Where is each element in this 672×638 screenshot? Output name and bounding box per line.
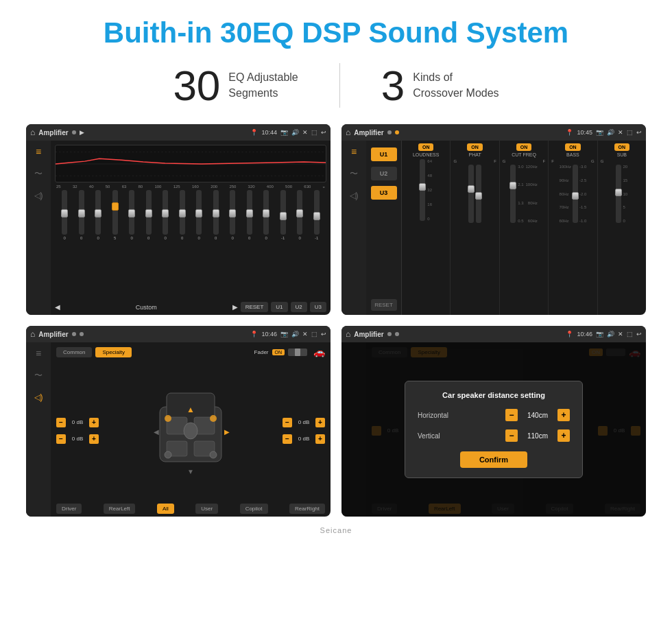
rearleft-btn[interactable]: RearLeft — [104, 504, 136, 514]
horizontal-plus[interactable]: + — [557, 409, 570, 421]
screen3-panel: ⌂ Amplifier 📍 10:46 📷 🔊 ✕ ⬚ ↩ ≡ 〜 ◁) Com… — [26, 326, 331, 517]
screen3-pos-buttons: Driver RearLeft All User Copilot RearRig… — [56, 504, 325, 514]
user-btn[interactable]: User — [195, 504, 218, 514]
screen2-title: Amplifier — [354, 129, 383, 137]
screen3-right-controls: − 0 dB + − 0 dB + — [283, 418, 325, 444]
reset-button[interactable]: RESET — [241, 302, 269, 312]
u2-btn[interactable]: U2 — [371, 167, 397, 180]
eq-slider-col: 0 — [297, 190, 302, 240]
topbar-dot2a — [387, 130, 392, 134]
db-plus-3[interactable]: + — [315, 418, 325, 427]
back-icon3[interactable]: ↩ — [321, 331, 326, 338]
back-icon[interactable]: ↩ — [321, 129, 326, 136]
u2-button[interactable]: U2 — [291, 302, 307, 312]
loudness-slider-area: 644832160 — [420, 159, 432, 228]
speaker-icon[interactable]: ◁) — [34, 191, 43, 200]
camera-icon4[interactable]: 📷 — [596, 331, 603, 338]
rearright-btn[interactable]: RearRight — [289, 504, 325, 514]
screen-icon3[interactable]: ⬚ — [311, 331, 317, 338]
fader-slider[interactable] — [288, 348, 307, 356]
volume-icon2[interactable]: 🔊 — [607, 129, 614, 136]
camera-icon3[interactable]: 📷 — [280, 331, 288, 338]
screen-icon[interactable]: ⬚ — [311, 129, 317, 136]
cutfreq-on-btn[interactable]: ON — [516, 143, 532, 151]
volume-icon3[interactable]: 🔊 — [291, 331, 299, 338]
driver-btn[interactable]: Driver — [56, 504, 82, 514]
db-value-4: 0 dB — [294, 436, 313, 442]
wave-icon2[interactable]: 〜 — [350, 168, 358, 180]
db-control-1: − 0 dB + — [56, 418, 99, 427]
back-icon4[interactable]: ↩ — [636, 331, 642, 338]
home-icon3[interactable]: ⌂ — [30, 329, 35, 339]
copilot-btn[interactable]: Copilot — [240, 504, 268, 514]
channel-phat: ON PHAT G F — [451, 141, 499, 315]
db-minus-2[interactable]: − — [56, 434, 66, 444]
u1-btn[interactable]: U1 — [371, 147, 397, 161]
all-btn[interactable]: All — [157, 504, 174, 514]
vertical-label: Vertical — [418, 432, 466, 440]
reset-btn2[interactable]: RESET — [371, 299, 397, 311]
next-icon[interactable]: ▶ — [232, 303, 238, 311]
watermark: Seicane — [0, 523, 672, 537]
wave-icon3[interactable]: 〜 — [34, 370, 43, 381]
db-minus-1[interactable]: − — [56, 418, 66, 427]
dialog-title: Car speaker distance setting — [418, 391, 570, 399]
phat-on-btn[interactable]: ON — [467, 143, 483, 151]
crossover-desc: Kinds of Crossover Modes — [413, 70, 499, 101]
db-plus-1[interactable]: + — [89, 418, 99, 427]
phat-gf: G F — [452, 159, 497, 163]
camera-icon[interactable]: 📷 — [280, 129, 288, 136]
loudness-on-btn[interactable]: ON — [418, 143, 434, 151]
home-icon4[interactable]: ⌂ — [346, 329, 350, 339]
db-minus-3[interactable]: − — [283, 418, 292, 427]
u1-button[interactable]: U1 — [271, 302, 287, 312]
screen1-time: 10:44 — [261, 129, 277, 136]
header: Buith-in 30EQ DSP Sound System — [0, 0, 672, 60]
eq-icon3[interactable]: ≡ — [36, 348, 41, 359]
screen-icon2[interactable]: ⬚ — [627, 129, 633, 136]
common-tab3[interactable]: Common — [56, 347, 92, 357]
eq-icon2[interactable]: ≡ — [351, 146, 357, 157]
screen2-sidebar: ≡ 〜 ◁) — [341, 141, 366, 315]
eq-icon[interactable]: ≡ — [36, 146, 41, 157]
screen1-sidebar: ≡ 〜 ◁) — [26, 141, 51, 315]
db-minus-4[interactable]: − — [283, 434, 292, 444]
play-icon[interactable]: ▶ — [80, 129, 84, 136]
volume-icon4[interactable]: 🔊 — [607, 331, 614, 338]
sub-on-btn[interactable]: ON — [614, 143, 630, 151]
confirm-button[interactable]: Confirm — [460, 451, 527, 468]
screen1-main: 25 32 40 50 63 80 100 125 160 200 250 32… — [51, 141, 331, 315]
screen-icon4[interactable]: ⬚ — [627, 331, 633, 338]
db-plus-4[interactable]: + — [315, 434, 325, 444]
horizontal-minus[interactable]: − — [505, 409, 518, 421]
db-control-4: − 0 dB + — [283, 434, 325, 444]
home-icon2[interactable]: ⌂ — [346, 128, 350, 137]
svg-point-14 — [165, 415, 171, 422]
close-icon2[interactable]: ✕ — [618, 129, 623, 136]
screen3-topbar: ⌂ Amplifier 📍 10:46 📷 🔊 ✕ ⬚ ↩ — [26, 326, 331, 342]
back-icon2[interactable]: ↩ — [636, 129, 642, 136]
volume-icon[interactable]: 🔊 — [291, 129, 299, 136]
dialog-overlay: Car speaker distance setting Horizontal … — [341, 342, 646, 517]
speaker-icon2[interactable]: ◁) — [350, 191, 359, 200]
wave-icon[interactable]: 〜 — [34, 168, 43, 180]
close-icon[interactable]: ✕ — [302, 129, 308, 136]
specialty-tab3[interactable]: Specialty — [95, 347, 131, 357]
screen2-topbar: ⌂ Amplifier 📍 10:45 📷 🔊 ✕ ⬚ ↩ — [341, 124, 646, 141]
db-plus-2[interactable]: + — [89, 434, 99, 444]
vertical-minus[interactable]: − — [505, 429, 518, 442]
camera-icon2[interactable]: 📷 — [596, 129, 603, 136]
eq-slider-col: 0 — [213, 190, 219, 240]
prev-icon[interactable]: ◀ — [55, 303, 60, 311]
screen2-u-column: U1 U2 U3 RESET — [366, 141, 402, 315]
eq-slider-col: 0 — [79, 190, 84, 240]
vertical-plus[interactable]: + — [557, 429, 570, 442]
bass-on-btn[interactable]: ON — [565, 143, 581, 151]
horizontal-value: 140cm — [520, 412, 555, 419]
speaker-icon3[interactable]: ◁) — [34, 392, 43, 402]
u3-btn[interactable]: U3 — [371, 186, 397, 200]
home-icon[interactable]: ⌂ — [30, 128, 35, 137]
u3-button[interactable]: U3 — [310, 302, 326, 312]
close-icon4[interactable]: ✕ — [618, 331, 623, 338]
close-icon3[interactable]: ✕ — [302, 331, 308, 338]
